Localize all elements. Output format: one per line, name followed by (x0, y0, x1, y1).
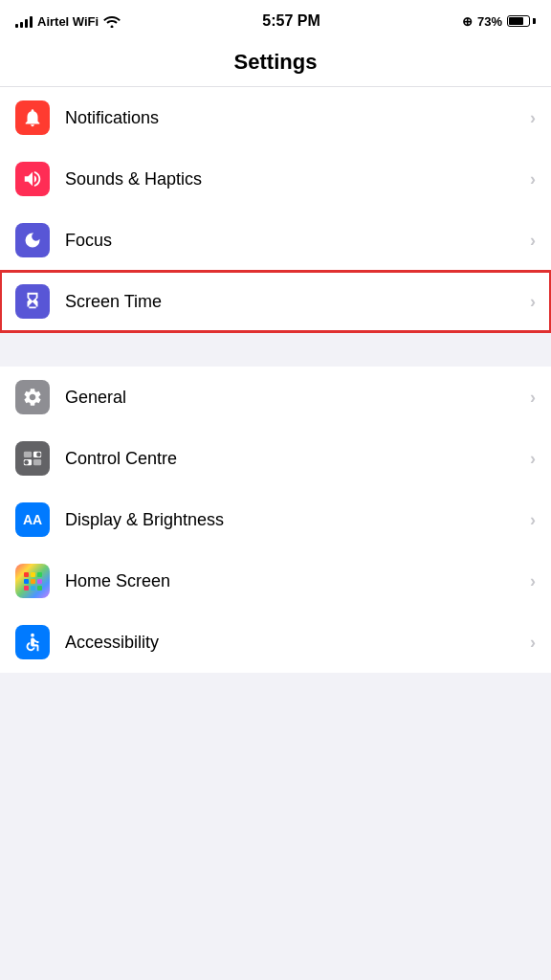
sounds-icon (15, 162, 50, 196)
battery-percentage: 73% (477, 14, 502, 29)
settings-row-home-screen[interactable]: Home Screen › (0, 550, 551, 612)
svg-rect-11 (37, 579, 42, 584)
accessibility-label: Accessibility (65, 633, 530, 653)
svg-rect-12 (24, 586, 29, 590)
accessibility-chevron: › (530, 633, 536, 653)
notifications-label: Notifications (65, 108, 530, 128)
screen-time-icon (15, 284, 50, 319)
bell-svg (22, 107, 43, 128)
svg-rect-8 (37, 572, 42, 577)
svg-rect-14 (37, 586, 42, 590)
location-icon: ⊕ (462, 14, 473, 29)
settings-row-screen-time[interactable]: Screen Time › (0, 271, 551, 332)
status-right: ⊕ 73% (462, 14, 536, 29)
settings-row-accessibility[interactable]: Accessibility › (0, 612, 551, 673)
wifi-icon (103, 14, 121, 28)
home-screen-label: Home Screen (65, 571, 530, 591)
focus-chevron: › (530, 231, 536, 251)
status-bar: Airtel WiFi 5:57 PM ⊕ 73% (0, 0, 551, 42)
settings-row-focus[interactable]: Focus › (0, 210, 551, 271)
nav-header: Settings (0, 42, 551, 87)
svg-rect-0 (24, 452, 32, 457)
signal-icon (15, 14, 33, 28)
svg-rect-3 (33, 459, 41, 465)
settings-group-1: Notifications › Sounds & Haptics › Focus… (0, 87, 551, 332)
display-brightness-label: Display & Brightness (65, 510, 530, 530)
svg-rect-6 (24, 572, 29, 577)
sounds-chevron: › (530, 169, 536, 189)
home-screen-icon (15, 564, 50, 598)
svg-rect-9 (24, 579, 29, 584)
moon-svg (23, 231, 42, 250)
general-chevron: › (530, 388, 536, 408)
accessibility-svg (22, 632, 43, 653)
accessibility-icon (15, 625, 50, 659)
home-screen-chevron: › (530, 571, 536, 591)
battery-icon (507, 15, 536, 27)
control-centre-label: Control Centre (65, 449, 530, 469)
display-brightness-chevron: › (530, 510, 536, 530)
svg-point-15 (31, 634, 34, 637)
page-title: Settings (234, 50, 318, 74)
settings-row-sounds-haptics[interactable]: Sounds & Haptics › (0, 148, 551, 210)
settings-row-general[interactable]: General › (0, 367, 551, 428)
sounds-label: Sounds & Haptics (65, 169, 530, 189)
settings-row-notifications[interactable]: Notifications › (0, 87, 551, 148)
aa-label: AA (23, 512, 42, 527)
svg-point-4 (36, 453, 41, 457)
carrier-label: Airtel WiFi (37, 14, 99, 29)
speaker-svg (22, 168, 43, 189)
hourglass-svg (22, 291, 43, 312)
display-icon: AA (15, 502, 50, 537)
settings-group-2: General › Control Centre › AA (0, 367, 551, 673)
settings-row-display-brightness[interactable]: AA Display & Brightness › (0, 489, 551, 550)
svg-rect-10 (31, 579, 35, 584)
general-label: General (65, 388, 530, 408)
settings-section: Notifications › Sounds & Haptics › Focus… (0, 87, 551, 673)
general-icon (15, 380, 50, 414)
gear-svg (22, 387, 43, 408)
focus-label: Focus (65, 231, 530, 251)
control-centre-icon (15, 441, 50, 476)
screen-time-chevron: › (530, 292, 536, 312)
notifications-icon (15, 100, 50, 135)
notifications-chevron: › (530, 108, 536, 128)
status-time: 5:57 PM (262, 12, 320, 30)
focus-icon (15, 223, 50, 257)
toggle-svg (22, 448, 43, 469)
status-left: Airtel WiFi (15, 14, 121, 29)
grid-svg (22, 570, 43, 591)
svg-point-5 (24, 460, 29, 465)
svg-rect-7 (31, 572, 35, 577)
control-centre-chevron: › (530, 449, 536, 469)
screen-time-label: Screen Time (65, 292, 530, 312)
svg-rect-13 (31, 586, 35, 590)
settings-row-control-centre[interactable]: Control Centre › (0, 428, 551, 489)
